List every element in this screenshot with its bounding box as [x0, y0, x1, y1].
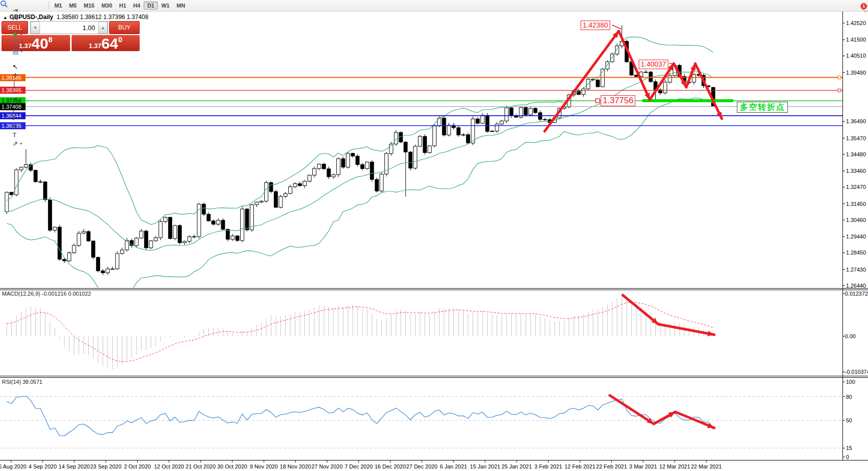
price-tick-label: 1.40510 [846, 53, 866, 59]
fibo-icon[interactable]: F [10, 114, 47, 122]
toolbar-groups: ▦◷✚新订单✎☁◉⚙自动交易║▮∿⊕⊖⊞⇥↦✚▾◷▾▤▾↖✛│─╱⫽FAT⇗▾ [10, 0, 47, 148]
price-tick-label: 1.29440 [846, 233, 866, 240]
rsi-trend-arrows[interactable] [610, 395, 714, 428]
buy-price-head: 1.37 [89, 42, 101, 50]
macd-indicator [7, 295, 713, 369]
sell-price-pip: 8 [48, 35, 52, 44]
volume-up-button[interactable]: ▲ [98, 22, 108, 34]
trendline-icon: ╱ [13, 98, 17, 104]
rsi-scale-label: 0 [846, 454, 849, 460]
price-tick-label: 1.42520 [846, 20, 866, 26]
timeframe-h1[interactable]: H1 [116, 2, 130, 10]
channel-icon[interactable]: ⫽ [10, 105, 47, 114]
peak-price-callout[interactable]: 1.42380 [581, 21, 610, 30]
price-tick-label: 1.36490 [846, 118, 866, 124]
text-icon: A [13, 123, 17, 130]
buy-button[interactable]: BUY [109, 21, 140, 34]
chevron-down-icon: ▾ [20, 141, 22, 146]
price-tick-label: 1.26440 [846, 283, 866, 289]
macd-scale-label: 0.012372 [845, 291, 868, 297]
crosshair-icon[interactable]: ✛ [10, 71, 47, 80]
price-tick-label: 1.39490 [846, 70, 866, 76]
price-tick-label: 1.27430 [846, 267, 866, 273]
panel-frame [0, 11, 868, 462]
auto-scroll-icon[interactable]: ⇥ [10, 6, 47, 15]
rsi-scale-label: 80 [846, 394, 852, 400]
trendline-icon[interactable]: ╱ [10, 97, 47, 105]
macd-scale-label: -0.010374 [845, 369, 868, 375]
indicators-icon[interactable]: ✚▾ [10, 30, 47, 39]
chevron-down-icon: ▾ [20, 41, 22, 45]
timeframe-d1[interactable]: D1 [144, 2, 158, 10]
price-tick-label: 1.41500 [846, 37, 866, 43]
macd-readout: MACD(12,26,9) -0.001216 0.001022 [2, 291, 91, 297]
timeframe-m30[interactable]: M30 [98, 2, 116, 10]
price-tick-label: 1.33460 [846, 168, 866, 174]
timeframe-w1[interactable]: W1 [158, 2, 173, 10]
text-icon[interactable]: A [10, 122, 47, 131]
timeframe-h4[interactable]: H4 [130, 2, 144, 10]
rsi-indicator [0, 396, 842, 448]
rsi-scale-label: 15 [846, 445, 852, 451]
hline-icon: ─ [13, 89, 17, 96]
timeframe-m5[interactable]: M5 [66, 2, 80, 10]
retest-price-callout[interactable]: 1.40037 [639, 60, 668, 69]
support-price-callout[interactable]: 1.37756 [601, 95, 635, 106]
turning-point-note[interactable]: 多空转折点 [737, 102, 788, 113]
crosshair-icon: ✛ [13, 72, 18, 79]
collapse-icon[interactable]: ▲ [3, 15, 8, 20]
vline-icon: │ [13, 81, 17, 87]
chart-window: ▲GBPUSD-,Daily 1.38580 1.38612 1.37396 1… [0, 11, 868, 471]
chevron-down-icon: ▾ [20, 32, 22, 37]
cursor-icon[interactable]: ↖ [10, 63, 47, 71]
periods-icon[interactable]: ◷▾ [10, 39, 47, 47]
channel-icon: ⫽ [13, 106, 16, 113]
chart-shift-icon: ↦ [13, 16, 18, 22]
shapes-icon: ⇗ [13, 140, 18, 147]
price-tick-label: 1.31450 [846, 201, 866, 207]
buy-price[interactable]: 1.37640 [72, 35, 140, 51]
price-tick-label: 1.34480 [846, 151, 866, 157]
label-icon[interactable]: T [10, 131, 47, 139]
cursor-icon: ↖ [13, 64, 18, 70]
rsi-scale-label: 100 [846, 379, 855, 385]
bollinger-bands [7, 37, 713, 303]
macd-scale-label: 0.00 [845, 333, 855, 339]
panel-splitters[interactable] [0, 289, 868, 378]
chart-shift-icon[interactable]: ↦ [10, 15, 47, 23]
notification-badge[interactable]: 1 [860, 3, 867, 10]
periods-icon: ◷ [13, 40, 18, 46]
date-tick-label: 22 Mar 2021 [684, 463, 729, 469]
ohlc-readout: 1.38580 1.38612 1.37396 1.37408 [57, 14, 149, 21]
rsi-scale-label: 50 [846, 417, 852, 423]
timeframe-m15[interactable]: M15 [80, 2, 98, 10]
indicators-icon: ✚ [13, 31, 18, 38]
timeframe-m1[interactable]: M1 [51, 2, 66, 10]
timeframe-mn[interactable]: MN [173, 2, 189, 10]
buy-price-main: 64 [102, 37, 118, 51]
price-tick-label: 1.32470 [846, 184, 866, 190]
vline-icon[interactable]: │ [10, 80, 47, 88]
auto-scroll-icon: ⇥ [13, 7, 18, 14]
price-tick-label: 1.30460 [846, 217, 866, 223]
mt4-terminal: { "toolbar": { "groups": [ {"items":[{"i… [0, 0, 868, 471]
rsi-readout: RSI(14) 38.0571 [2, 379, 43, 385]
volume-input[interactable] [40, 22, 98, 34]
templates-icon[interactable]: ▤▾ [10, 47, 47, 56]
shapes-icon[interactable]: ⇗▾ [10, 139, 47, 148]
buy-price-pip: 0 [118, 35, 122, 44]
timeframe-toolbar: M1M5M15M30H1H4D1W1MN [47, 2, 189, 10]
price-tick-label: 1.35470 [846, 135, 866, 141]
templates-icon: ▤ [13, 48, 19, 55]
chevron-down-icon: ▾ [21, 49, 23, 54]
main-toolbar: ⋮⋮ ▦◷✚新订单✎☁◉⚙自动交易║▮∿⊕⊖⊞⇥↦✚▾◷▾▤▾↖✛│─╱⫽FAT… [0, 0, 868, 12]
label-icon: T [13, 132, 17, 138]
hline-icon[interactable]: ─ [10, 88, 47, 97]
fibo-icon: F [13, 115, 17, 121]
chart-canvas[interactable] [0, 11, 868, 471]
price-tick-label: 1.28450 [846, 250, 866, 256]
